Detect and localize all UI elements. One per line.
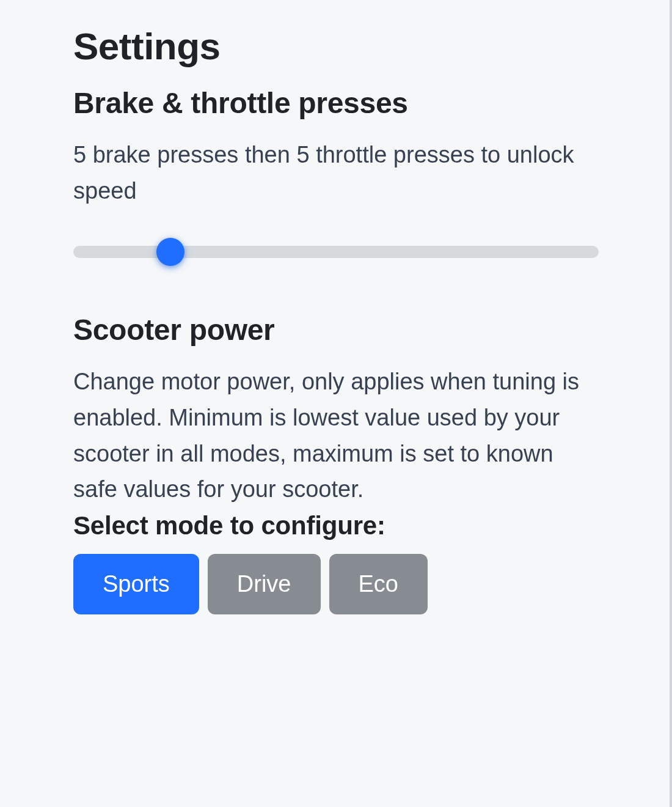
slider-track xyxy=(73,246,599,258)
brake-throttle-slider[interactable] xyxy=(73,234,599,270)
scooter-power-title: Scooter power xyxy=(73,313,599,347)
scooter-power-section: Scooter power Change motor power, only a… xyxy=(73,313,599,615)
brake-throttle-description: 5 brake presses then 5 throttle presses … xyxy=(73,137,599,209)
scooter-power-description: Change motor power, only applies when tu… xyxy=(73,364,599,508)
mode-button-drive[interactable]: Drive xyxy=(208,554,321,614)
mode-button-eco[interactable]: Eco xyxy=(329,554,428,614)
mode-selector: Sports Drive Eco xyxy=(73,554,599,614)
brake-throttle-title: Brake & throttle presses xyxy=(73,86,599,120)
slider-thumb[interactable] xyxy=(156,238,184,266)
select-mode-label: Select mode to configure: xyxy=(73,511,599,540)
brake-throttle-section: Brake & throttle presses 5 brake presses… xyxy=(73,86,599,270)
scrollbar[interactable] xyxy=(670,0,672,807)
page-title: Settings xyxy=(73,24,599,68)
mode-button-sports[interactable]: Sports xyxy=(73,554,199,614)
